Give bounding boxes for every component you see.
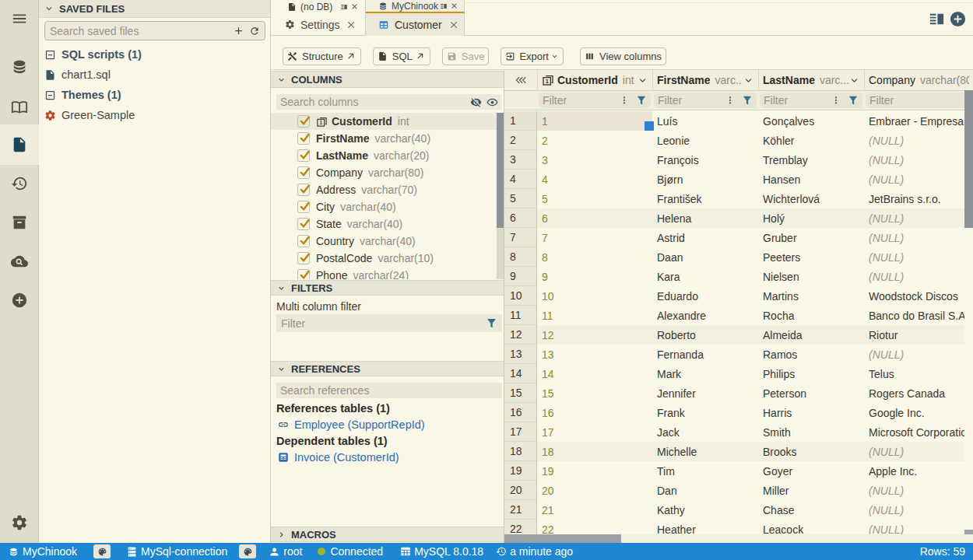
svg-text:1: 1 bbox=[545, 78, 549, 85]
svg-text:1: 1 bbox=[319, 118, 322, 125]
